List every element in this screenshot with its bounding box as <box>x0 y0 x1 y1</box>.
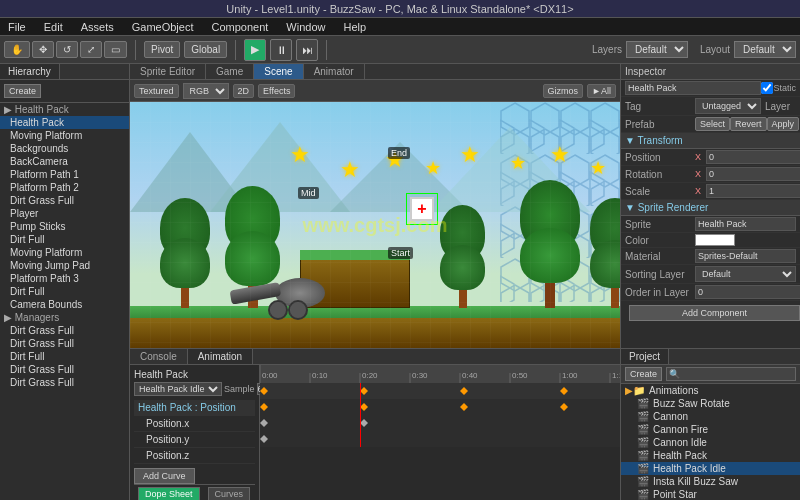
hier-item-dirtfull1[interactable]: Dirt Full <box>0 233 129 246</box>
hier-item-dirtgrassfull2[interactable]: Dirt Grass Full <box>0 324 129 337</box>
scale-x-input[interactable] <box>706 184 800 198</box>
tab-animation[interactable]: Animation <box>188 349 253 364</box>
hier-item-backgrounds[interactable]: Backgrounds <box>0 142 129 155</box>
hier-item-healthpack-group[interactable]: ▶ Health Pack <box>0 103 129 116</box>
menu-edit[interactable]: Edit <box>40 21 67 33</box>
proj-cannon-fire[interactable]: 🎬 Cannon Fire <box>621 423 800 436</box>
dope-curves-row: Dope Sheet Curves <box>134 484 255 500</box>
sample-label: Sample <box>224 384 255 394</box>
svg-rect-46 <box>260 415 620 431</box>
timeline-track-1[interactable] <box>260 399 620 415</box>
timeline-track-2[interactable] <box>260 415 620 431</box>
menu-gameobject[interactable]: GameObject <box>128 21 198 33</box>
hier-item-dirtgrassfull4[interactable]: Dirt Grass Full <box>0 363 129 376</box>
layers-dropdown[interactable]: Default <box>626 41 688 58</box>
menu-component[interactable]: Component <box>207 21 272 33</box>
hier-item-dirtgrassfull1[interactable]: Dirt Grass Full <box>0 194 129 207</box>
hier-item-pumpsticks[interactable]: Pump Sticks <box>0 220 129 233</box>
project-search-input[interactable] <box>666 367 796 381</box>
tag-select[interactable]: Untagged <box>695 98 761 114</box>
proj-item-label: Buzz Saw Rotate <box>653 398 730 409</box>
play-button[interactable]: ▶ <box>244 39 266 61</box>
menu-file[interactable]: File <box>4 21 30 33</box>
hierarchy-create-btn[interactable]: Create <box>4 84 41 98</box>
anim-track-posx: Position.x <box>134 416 255 432</box>
hier-item-managers[interactable]: ▶ Managers <box>0 311 129 324</box>
2d-btn[interactable]: 2D <box>233 84 255 98</box>
layout-dropdown[interactable]: Default <box>734 41 796 58</box>
hier-item-dirtgrassfull3[interactable]: Dirt Grass Full <box>0 337 129 350</box>
revert-btn[interactable]: Revert <box>730 117 767 131</box>
hier-item-movingplatform2[interactable]: Moving Platform <box>0 246 129 259</box>
tab-console[interactable]: Console <box>130 349 188 364</box>
playhead[interactable] <box>360 383 361 447</box>
rgb-dropdown[interactable]: RGB <box>183 83 229 99</box>
menu-help[interactable]: Help <box>339 21 370 33</box>
hier-item-player[interactable]: Player <box>0 207 129 220</box>
timeline-ruler: 0:00 0:10 0:20 0:30 0:40 0:50 <box>260 365 620 383</box>
hier-item-dirtfull3[interactable]: Dirt Full <box>0 350 129 363</box>
pos-x-input[interactable] <box>706 150 800 164</box>
tab-scene[interactable]: Scene <box>254 64 303 79</box>
color-swatch[interactable] <box>695 234 735 246</box>
global-button[interactable]: Global <box>184 41 227 58</box>
animation-clip-select[interactable]: Health Pack Idle <box>134 382 222 396</box>
sprite-renderer-section[interactable]: ▼ Sprite Renderer <box>621 200 800 216</box>
file-icon-1: 🎬 <box>637 398 649 409</box>
textured-btn[interactable]: Textured <box>134 84 179 98</box>
all-btn[interactable]: ►All <box>587 84 616 98</box>
hand-tool[interactable]: ✋ <box>4 41 30 58</box>
proj-animations-folder[interactable]: ▶📁 Animations <box>621 384 800 397</box>
proj-health-pack[interactable]: 🎬 Health Pack <box>621 449 800 462</box>
proj-insta-kill[interactable]: 🎬 Insta Kill Buzz Saw <box>621 475 800 488</box>
proj-point-star[interactable]: 🎬 Point Star <box>621 488 800 500</box>
pivot-button[interactable]: Pivot <box>144 41 180 58</box>
hier-item-healthpack[interactable]: Health Pack <box>0 116 129 129</box>
proj-buzz-saw-rotate[interactable]: 🎬 Buzz Saw Rotate <box>621 397 800 410</box>
hierarchy-tab[interactable]: Hierarchy <box>0 64 60 79</box>
add-curve-button[interactable]: Add Curve <box>134 468 195 484</box>
dope-sheet-btn[interactable]: Dope Sheet <box>138 487 200 500</box>
tab-animator[interactable]: Animator <box>304 64 365 79</box>
effects-btn[interactable]: Effects <box>258 84 295 98</box>
select-btn[interactable]: Select <box>695 117 730 131</box>
order-in-layer-input[interactable] <box>695 285 800 299</box>
menu-window[interactable]: Window <box>282 21 329 33</box>
curves-btn[interactable]: Curves <box>208 487 251 500</box>
proj-cannon[interactable]: 🎬 Cannon <box>621 410 800 423</box>
rotate-tool[interactable]: ↺ <box>56 41 78 58</box>
rect-tool[interactable]: ▭ <box>104 41 127 58</box>
rot-x-input[interactable] <box>706 167 800 181</box>
tab-game[interactable]: Game <box>206 64 254 79</box>
timeline-track-0[interactable] <box>260 383 620 399</box>
transform-section[interactable]: ▼ Transform <box>621 133 800 149</box>
hier-item-dirtfull2[interactable]: Dirt Full <box>0 285 129 298</box>
hier-item-platformpath1[interactable]: Platform Path 1 <box>0 168 129 181</box>
rotation-row: Rotation X Y Z <box>621 166 800 183</box>
inspector-name-input[interactable] <box>625 81 761 95</box>
hier-item-movingjumppad[interactable]: Moving Jump Pad <box>0 259 129 272</box>
proj-cannon-idle[interactable]: 🎬 Cannon Idle <box>621 436 800 449</box>
gizmos-btn[interactable]: Gizmos <box>543 84 584 98</box>
proj-health-pack-idle[interactable]: 🎬 Health Pack Idle <box>621 462 800 475</box>
apply-btn[interactable]: Apply <box>767 117 800 131</box>
step-button[interactable]: ⏭ <box>296 39 318 61</box>
project-create-btn[interactable]: Create <box>625 367 662 381</box>
menu-assets[interactable]: Assets <box>77 21 118 33</box>
move-tool[interactable]: ✥ <box>32 41 54 58</box>
tab-sprite-editor[interactable]: Sprite Editor <box>130 64 206 79</box>
hier-item-dirtgrassfull5[interactable]: Dirt Grass Full <box>0 376 129 389</box>
pause-button[interactable]: ⏸ <box>270 39 292 61</box>
hier-item-platformpath3[interactable]: Platform Path 3 <box>0 272 129 285</box>
sorting-layer-select[interactable]: Default <box>695 266 796 282</box>
scene-view[interactable]: ★ ★ ★ ★ ★ ★ ★ ★ ★ + End Mid <box>130 102 620 348</box>
hier-item-platformpath2[interactable]: Platform Path 2 <box>0 181 129 194</box>
scale-tool[interactable]: ⤢ <box>80 41 102 58</box>
timeline-track-3[interactable] <box>260 431 620 447</box>
static-checkbox[interactable] <box>761 82 773 94</box>
project-tab[interactable]: Project <box>621 349 669 364</box>
hier-item-moving-platform[interactable]: Moving Platform <box>0 129 129 142</box>
hier-item-backcamera[interactable]: BackCamera <box>0 155 129 168</box>
add-component-btn[interactable]: Add Component <box>629 305 800 321</box>
hier-item-camerabounds[interactable]: Camera Bounds <box>0 298 129 311</box>
